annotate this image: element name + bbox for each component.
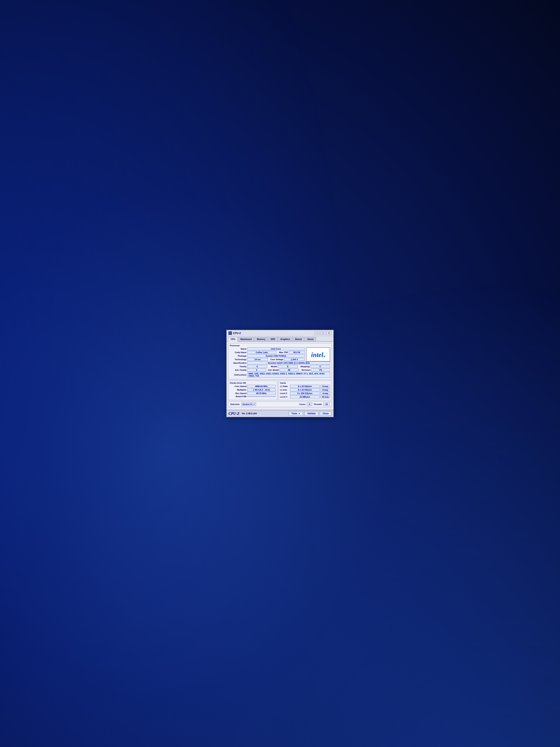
cache-section: Cache L1 Data 8 x 32 KBytes 8-way L1 Ins… <box>278 381 332 400</box>
version-text: Ver. 2.08.0.x64 <box>242 412 287 415</box>
cache-section-title: Cache <box>280 382 330 384</box>
name-value: Intel Core <box>247 347 304 350</box>
package-label: Package <box>230 355 246 357</box>
bottom-bar: CPU-Z Ver. 2.08.0.x64 Tools ▼ Validate C… <box>227 410 334 417</box>
code-name-label: Code Name <box>230 351 246 354</box>
technology-value: 14 nm <box>247 358 268 361</box>
tools-button[interactable]: Tools ▼ <box>289 411 303 416</box>
cpuz-app-icon <box>229 331 232 335</box>
level2-label: Level 2 <box>280 392 289 394</box>
close-button[interactable]: Close <box>320 411 331 416</box>
l1-data-row: L1 Data 8 x 32 KBytes 8-way <box>280 385 330 388</box>
processor-section-title: Processor <box>230 344 330 346</box>
processor-row: Name Intel Core Code Name Coffee Lake Ma… <box>230 347 330 361</box>
ext-family-row: Ext. Family 6 Ext. Model 9E Revision P0 <box>230 368 330 371</box>
level3-label: Level 3 <box>280 396 289 398</box>
level3-value: 16 MBytes <box>290 395 320 398</box>
family-row: Family 6 Model E Stepping C <box>230 365 330 368</box>
max-tdp-value: 45.0 W <box>289 351 304 354</box>
ext-model-label: Ext. Model <box>267 369 279 371</box>
svg-rect-2 <box>230 333 231 334</box>
window-title: CPU-Z <box>233 332 241 335</box>
family-value: 6 <box>247 365 267 368</box>
l1-inst-label: L1 Inst. <box>280 389 289 391</box>
instructions-row: Instructions MMX, SSE, SSE2, SSE3, SSSE3… <box>230 372 330 378</box>
core-voltage-value: 1.344 V <box>284 358 304 361</box>
package-row: Package Socket 1440 FCBGA <box>230 354 304 357</box>
level2-way: 4-way <box>321 392 330 395</box>
package-value: Socket 1440 FCBGA <box>247 354 304 357</box>
processor-fields: Name Intel Core Code Name Coffee Lake Ma… <box>230 347 304 361</box>
intel-logo-area: intel. <box>306 347 330 361</box>
ext-model-value: 9E <box>279 368 298 371</box>
l1-inst-value: 8 x 32 KBytes <box>290 388 320 391</box>
revision-value: P0 <box>311 368 330 371</box>
technology-label: Technology <box>230 358 246 361</box>
cpuz-window: CPU-Z — □ ✕ CPU Mainboard Memory SPD Gra… <box>226 330 334 417</box>
bus-speed-row: Bus Speed 99.78 MHz <box>230 392 275 395</box>
cores-threads-area: Cores 8 Threads 16 <box>299 403 330 406</box>
selection-label: Selection <box>230 403 240 405</box>
code-name-value: Coffee Lake <box>247 351 276 354</box>
l1-data-value: 8 x 32 KBytes <box>290 385 320 388</box>
tab-spd[interactable]: SPD <box>268 337 277 341</box>
threads-value: 16 <box>323 403 330 406</box>
name-row: Name Intel Core <box>230 347 304 350</box>
clocks-section: Clocks (Core #0) Core Speed 4888.04 MHz … <box>228 381 277 400</box>
selection-value: Socket #1 <box>242 403 252 405</box>
selection-dropdown[interactable]: Socket #1 ▼ <box>241 403 256 406</box>
codename-row: Code Name Coffee Lake Max TDP 45.0 W <box>230 351 304 354</box>
stepping-value: C <box>310 365 330 368</box>
l1-data-way: 8-way <box>321 385 330 388</box>
core-speed-label: Core Speed <box>230 385 246 387</box>
rated-fsb-label: Rated FSB <box>230 395 246 397</box>
level3-way: 16-way <box>321 395 330 398</box>
ext-family-value: 6 <box>247 368 266 371</box>
validate-button[interactable]: Validate <box>304 411 318 416</box>
rated-fsb-value <box>247 396 275 397</box>
intel-logo: intel. <box>311 350 325 359</box>
cores-value: 8 <box>307 403 312 406</box>
tab-bar: CPU Mainboard Memory SPD Graphics Bench … <box>227 336 334 342</box>
title-controls: — □ ✕ <box>315 331 331 335</box>
tools-label: Tools <box>292 412 297 415</box>
model-label: Model <box>268 365 277 367</box>
specification-label: Specification <box>230 362 246 364</box>
tab-memory[interactable]: Memory <box>255 337 268 341</box>
rated-fsb-row: Rated FSB <box>230 395 275 397</box>
clocks-cache-area: Clocks (Core #0) Core Speed 4888.04 MHz … <box>228 381 332 400</box>
stepping-label: Stepping <box>298 365 310 367</box>
l1-data-label: L1 Data <box>280 385 289 387</box>
level3-row: Level 3 16 MBytes 16-way <box>280 395 330 398</box>
bus-speed-label: Bus Speed <box>230 392 246 394</box>
revision-label: Revision <box>299 369 311 371</box>
minimize-button[interactable]: — <box>315 331 320 335</box>
tab-graphics[interactable]: Graphics <box>278 337 292 341</box>
cores-label: Cores <box>299 403 305 405</box>
l1-inst-way: 8-way <box>321 388 330 391</box>
multiplier-label: Multiplier <box>230 389 246 391</box>
level2-value: 8 x 256 KBytes <box>290 392 320 395</box>
core-voltage-label: Core Voltage <box>268 358 283 361</box>
selection-bar: Selection Socket #1 ▼ Cores 8 Threads 16 <box>228 401 332 407</box>
cpuz-bottom-logo: CPU-Z <box>229 411 239 416</box>
bus-speed-value: 99.78 MHz <box>247 392 275 395</box>
tab-bench[interactable]: Bench <box>293 337 304 341</box>
instructions-label: Instructions <box>230 374 246 376</box>
specification-value: Genuine Intel® CPU 0000 @ 2.10GHz (ES) <box>247 361 330 364</box>
core-speed-row: Core Speed 4888.04 MHz <box>230 385 275 388</box>
level2-row: Level 2 8 x 256 KBytes 4-way <box>280 392 330 395</box>
processor-section: Processor Name Intel Core Code Name Coff… <box>228 343 332 380</box>
tab-cpu[interactable]: CPU <box>228 337 238 342</box>
close-window-button[interactable]: ✕ <box>326 331 331 335</box>
maximize-button[interactable]: □ <box>320 331 325 335</box>
clocks-section-title: Clocks (Core #0) <box>230 382 275 384</box>
ext-family-label: Ext. Family <box>230 369 246 371</box>
tab-mainboard[interactable]: Mainboard <box>238 337 254 341</box>
tab-about[interactable]: About <box>304 337 316 341</box>
core-speed-value: 4888.04 MHz <box>247 385 275 388</box>
specification-row: Specification Genuine Intel® CPU 0000 @ … <box>230 361 330 364</box>
multiplier-value: x 49.0 (8.0 - 44.0) <box>247 388 275 391</box>
multiplier-row: Multiplier x 49.0 (8.0 - 44.0) <box>230 388 275 391</box>
threads-label: Threads <box>314 403 322 405</box>
